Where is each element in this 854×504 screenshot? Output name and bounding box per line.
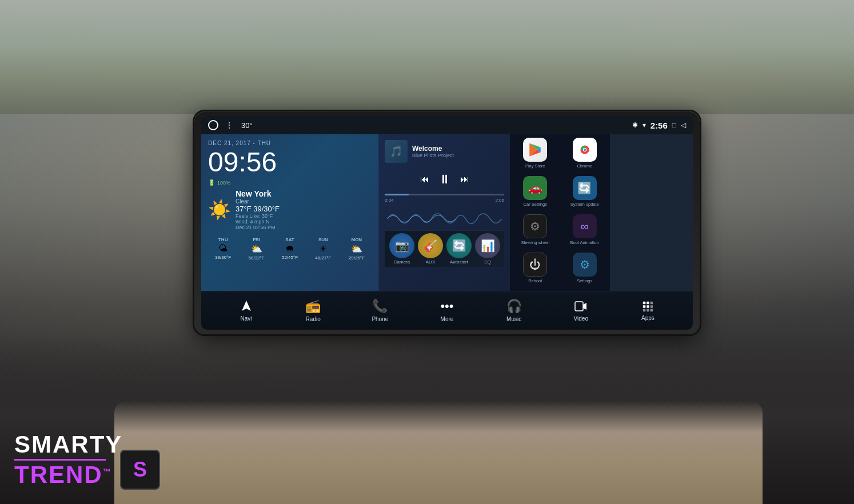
home-icon[interactable] [208,120,218,130]
phone-label: Phone [372,316,388,322]
right-app-grid: Play Store Chr [512,138,608,287]
settings-app[interactable]: ⚙ Settings [562,253,608,287]
brand-s-icon: S [120,450,160,490]
forecast-day-sun: SUN [318,237,328,242]
aux-icon: 🎸 [418,233,443,258]
chrome-app[interactable]: Chrome [562,138,608,173]
more-icon: ••• [440,299,453,314]
music-artist: Blue Pilots Project [412,153,504,158]
forecast-icon-sun: ☀ [319,243,327,254]
music-progress-fill [385,194,409,195]
wifi-icon: ▾ [643,121,646,129]
radio-button[interactable]: 📻 Radio [296,299,330,322]
bootanim-app[interactable]: ∞ Boot Animation [562,214,608,249]
forecast-icon-fri: ⛅ [251,243,262,254]
screen-bezel: ⋮ 30° ✱ ▾ 2:56 □ ◁ DEC 21, 2017 - THU 09… [194,111,700,334]
settings-label: Settings [577,278,592,283]
eq-app[interactable]: 📊 EQ [475,233,500,265]
navi-label: Navi [241,315,252,322]
camera-icon: 📷 [389,233,414,258]
bootanim-icon: ∞ [573,214,597,238]
video-button[interactable]: Video [564,299,598,322]
battery-icon: 🔋 [208,179,215,186]
brand-name-smarty: SMARTY [14,433,122,457]
phone-button[interactable]: 📞 Phone [363,299,397,322]
eq-icon: 📊 [475,233,500,258]
music-time-total: 2:06 [495,198,504,203]
weather-icon: ☀️ [208,199,231,221]
svg-rect-13 [647,305,650,308]
video-label: Video [574,315,588,322]
menu-icon[interactable]: ⋮ [225,121,234,130]
svg-rect-17 [651,309,653,312]
time-display: 09:56 [208,149,372,176]
prev-button[interactable]: ⏮ [420,174,429,185]
steering-app[interactable]: ⚙ Steering wheel [512,214,558,249]
forecast-temp-thu: 39/30°F [215,255,231,260]
reboot-app[interactable]: ⏻ Reboot [512,253,558,287]
wind-info: Wind: 4 mph N [236,219,280,225]
battery-bar: 🔋 100% [208,179,372,186]
carsettings-app[interactable]: 🚗 Car Settings [512,176,558,211]
reboot-icon: ⏻ [523,253,547,277]
music-label: Music [506,316,521,322]
forecast-fri: FRI ⛅ 50/32°F [241,237,271,261]
back-icon[interactable]: ◁ [681,121,686,129]
chrome-icon [573,138,597,162]
music-panel: 🎵 Welcome Blue Pilots Project ⏮ ⏸ ⏭ 0:04 [378,134,510,291]
next-button[interactable]: ⏭ [460,174,469,185]
weather-info: New York Clear 37°F 39/30°F Feels Like: … [236,189,280,230]
autostart-icon: 🔄 [446,233,472,258]
status-left: ⋮ 30° [208,120,253,130]
svg-rect-9 [643,302,646,305]
music-times: 0:04 2:06 [385,198,504,203]
svg-rect-7 [575,302,583,311]
radio-icon: 📻 [305,299,321,314]
svg-rect-12 [643,305,646,308]
svg-marker-8 [583,303,586,310]
recents-icon[interactable]: □ [672,121,676,129]
battery-text: 100% [217,180,230,186]
forecast-day-fri: FRI [253,237,260,242]
eq-label: EQ [484,259,491,265]
forecast-thu: THU 🌤 39/30°F [208,237,238,261]
autostart-app[interactable]: 🔄 Autostart [446,233,472,265]
aux-label: AUX [426,259,435,265]
music-waveform [385,207,504,230]
navi-button[interactable]: Navi [229,299,264,322]
bottom-navigation: Navi 📻 Radio 📞 Phone ••• More 🎧 Music [201,291,693,330]
feels-like: Feels Like: 30°F [236,213,280,219]
svg-rect-11 [651,302,653,305]
music-controls: ⏮ ⏸ ⏭ [385,172,504,187]
phone-icon: 📞 [372,299,388,314]
music-button[interactable]: 🎧 Music [497,299,531,322]
svg-point-6 [584,149,586,151]
forecast-sat: SAT 🌧 52/45°F [275,237,305,261]
playstore-app[interactable]: Play Store [512,138,558,173]
forecast-day-sat: SAT [285,237,294,242]
background-environment [0,0,854,114]
radio-label: Radio [306,316,321,322]
temperature-display: 30° [241,121,253,130]
music-progress-bar[interactable] [385,194,504,195]
forecast-day-thu: THU [218,237,228,242]
clock-display: 2:56 [651,121,668,130]
date-display: DEC 21, 2017 - THU [208,140,372,146]
forecast-temp-sun: 48/27°F [315,255,331,261]
apps-label: Apps [641,315,655,321]
play-pause-button[interactable]: ⏸ [438,172,451,187]
steering-label: Steering wheel [521,240,549,245]
apps-button[interactable]: Apps [630,300,665,321]
systemupdate-app[interactable]: 🔄 System update [562,176,608,211]
camera-app[interactable]: 📷 Camera [389,233,414,265]
carsettings-icon: 🚗 [523,176,547,200]
forecast-day-mon: MON [351,237,362,242]
playstore-icon [523,138,547,162]
camera-label: Camera [394,259,410,265]
more-label: More [441,316,454,322]
settings-icon: ⚙ [573,253,597,277]
dashboard-front [114,401,763,504]
aux-app[interactable]: 🎸 AUX [418,233,443,265]
more-button[interactable]: ••• More [430,299,464,322]
screen-display: ⋮ 30° ✱ ▾ 2:56 □ ◁ DEC 21, 2017 - THU 09… [201,116,693,330]
